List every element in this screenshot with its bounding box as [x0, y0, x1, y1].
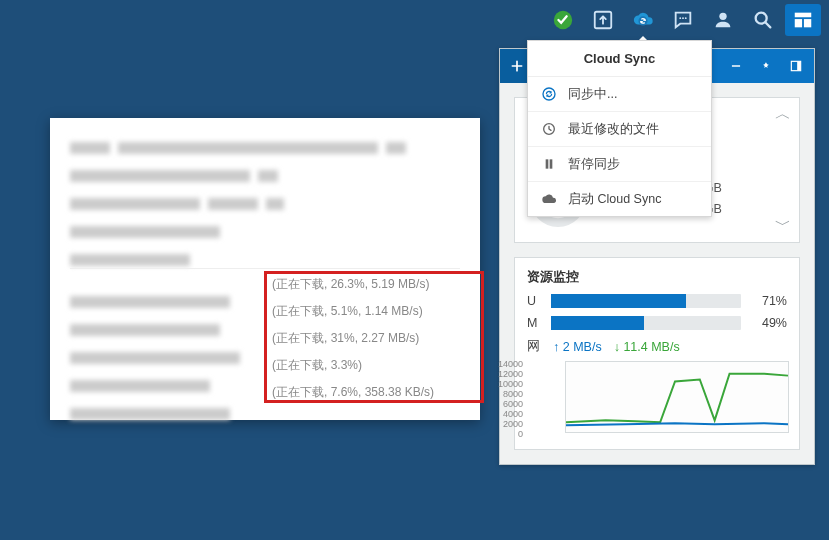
cloud-sync-dropdown: Cloud Sync 同步中... 最近修改的文件 暂停同步 启动 Cloud …	[527, 40, 712, 217]
net-down: ↓ 11.4 MB/s	[614, 340, 680, 354]
dropdown-label: 同步中...	[568, 86, 617, 103]
dropdown-item-pause[interactable]: 暂停同步	[528, 147, 711, 182]
svg-rect-10	[804, 19, 811, 27]
svg-point-6	[719, 13, 726, 20]
search-icon[interactable]	[745, 4, 781, 36]
svg-point-4	[682, 17, 684, 19]
highlight-box	[264, 271, 484, 403]
chevron-down-icon[interactable]: ﹀	[775, 215, 791, 236]
svg-point-11	[543, 88, 555, 100]
status-ok-icon[interactable]	[545, 4, 581, 36]
dropdown-title: Cloud Sync	[528, 41, 711, 77]
panel-dock-button[interactable]	[784, 54, 808, 78]
dropdown-label: 最近修改的文件	[568, 121, 659, 138]
network-sparkline	[565, 361, 789, 433]
network-row: 网 ↑ 2 MB/s ↓ 11.4 MB/s	[527, 338, 787, 355]
panel-minimize-button[interactable]	[724, 54, 748, 78]
ram-bar	[551, 316, 741, 330]
upload-icon[interactable]	[585, 4, 621, 36]
cloud-sync-icon[interactable]	[625, 4, 661, 36]
file-list-popup: (正在下载, 26.3%, 5.19 MB/s) (正在下载, 5.1%, 1.…	[50, 118, 480, 420]
resource-title: 资源监控	[527, 268, 787, 286]
pause-icon	[540, 155, 558, 173]
dropdown-label: 启动 Cloud Sync	[568, 191, 661, 208]
widgets-icon[interactable]	[785, 4, 821, 36]
dropdown-item-syncing[interactable]: 同步中...	[528, 77, 711, 112]
svg-point-5	[685, 17, 687, 19]
taskbar	[0, 0, 829, 40]
chat-icon[interactable]	[665, 4, 701, 36]
net-up: ↑ 2 MB/s	[553, 340, 602, 354]
dropdown-item-launch[interactable]: 启动 Cloud Sync	[528, 182, 711, 216]
svg-rect-14	[550, 159, 553, 168]
cpu-row: U 71%	[527, 294, 787, 308]
panel-pin-button[interactable]	[754, 54, 778, 78]
ram-row: M 49%	[527, 316, 787, 330]
sparkline-yticks: 14000120001000080006000400020000	[489, 359, 523, 439]
dropdown-item-recent[interactable]: 最近修改的文件	[528, 112, 711, 147]
resource-card: 资源监控 U 71% M 49% 网 ↑ 2 MB/s ↓ 11.4 MB/s …	[514, 257, 800, 450]
svg-rect-16	[797, 61, 801, 70]
svg-rect-8	[795, 13, 812, 18]
cpu-bar	[551, 294, 741, 308]
svg-point-3	[679, 17, 681, 19]
svg-point-2	[638, 16, 647, 25]
clock-icon	[540, 120, 558, 138]
cloud-icon	[540, 190, 558, 208]
dropdown-label: 暂停同步	[568, 156, 620, 173]
user-icon[interactable]	[705, 4, 741, 36]
svg-rect-13	[546, 159, 549, 168]
svg-rect-9	[795, 19, 802, 27]
chevron-up-icon[interactable]: ︿	[775, 104, 791, 125]
sync-icon	[540, 85, 558, 103]
